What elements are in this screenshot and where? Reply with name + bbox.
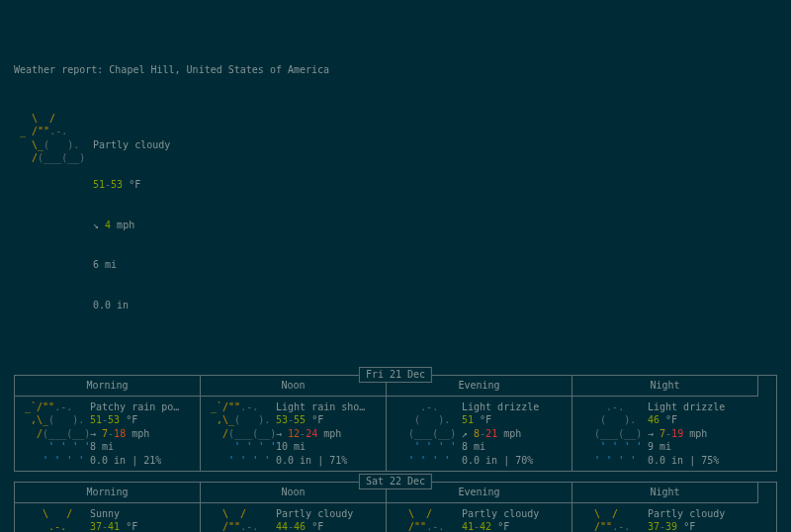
forecast-cell: .-. ( ). (___(__) ' ' ' ' ' ' ' 'Light d… bbox=[387, 397, 572, 472]
forecast-ascii-art: \ / _ /"".-. \_( ). /(___(__) bbox=[205, 507, 276, 533]
current-condition: Partly cloudy bbox=[93, 138, 170, 152]
current-visibility: 6 mi bbox=[93, 258, 170, 272]
forecast-temperature: 53-55 °F bbox=[276, 413, 382, 427]
current-conditions: \ / _ /"".-. \_( ). /(___(__) Partly clo… bbox=[14, 112, 777, 339]
forecast-ascii-art: _`/"".-. ,\_( ). /(___(__) ' ' ' ' ' ' '… bbox=[19, 400, 90, 468]
forecast-cell: .-. ( ). (___(__) ' ' ' ' ' ' ' 'Light d… bbox=[572, 397, 758, 472]
forecast-cell: \ / _ /"".-. \_( ). /(___(__) Partly clo… bbox=[201, 503, 387, 533]
forecast-precipitation: 0.0 in | 71% bbox=[276, 454, 382, 468]
forecast-ascii-art: \ / _ /"".-. \_( ). /(___(__) bbox=[576, 507, 648, 533]
forecast-condition: Sunny bbox=[90, 507, 196, 521]
forecast-visibility: 8 mi bbox=[90, 440, 196, 454]
forecast-wind: → 7-19 mph bbox=[648, 427, 754, 441]
forecast-condition: Light drizzle bbox=[648, 400, 754, 414]
forecast-condition: Partly cloudy bbox=[648, 507, 754, 521]
period-header: Morning bbox=[15, 483, 201, 503]
forecast-condition: Light rain sho… bbox=[276, 400, 382, 414]
forecast-temperature: 37-39 °F bbox=[648, 520, 754, 532]
forecast-condition: Partly cloudy bbox=[276, 507, 382, 521]
current-temperature: 51-53 °F bbox=[93, 178, 170, 192]
forecast-condition: Light drizzle bbox=[462, 400, 568, 414]
forecast-cell: \ / .-. ― ( ) ― `-' / \Sunny37-41 °F→ 6-… bbox=[15, 503, 201, 533]
forecast-condition: Patchy rain po… bbox=[90, 400, 196, 414]
forecast-temperature: 37-41 °F bbox=[90, 520, 196, 532]
forecast-visibility: 8 mi bbox=[462, 440, 568, 454]
forecast-wind: → 7-18 mph bbox=[90, 427, 196, 441]
forecast-ascii-art: \ / .-. ― ( ) ― `-' / \ bbox=[19, 507, 90, 533]
forecast-wind: → 12-24 mph bbox=[276, 427, 382, 441]
forecast-condition: Partly cloudy bbox=[462, 507, 568, 521]
forecast-ascii-art: _`/"".-. ,\_( ). /(___(__) ' ' ' ' ' ' '… bbox=[205, 400, 276, 468]
forecast-cell: _`/"".-. ,\_( ). /(___(__) ' ' ' ' ' ' '… bbox=[201, 397, 387, 472]
current-ascii-art: \ / _ /"".-. \_( ). /(___(__) bbox=[14, 112, 93, 339]
forecast-cell: \ / _ /"".-. \_( ). /(___(__) Partly clo… bbox=[387, 503, 572, 533]
forecast-ascii-art: \ / _ /"".-. \_( ). /(___(__) bbox=[391, 507, 462, 533]
forecast-visibility: 9 mi bbox=[648, 440, 754, 454]
forecast-cell: \ / _ /"".-. \_( ). /(___(__) Partly clo… bbox=[572, 503, 758, 533]
period-header: Night bbox=[572, 376, 758, 397]
forecast-temperature: 44-46 °F bbox=[276, 520, 382, 532]
day-label: Fri 21 Dec bbox=[359, 367, 432, 383]
forecast-temperature: 46 °F bbox=[648, 413, 754, 427]
forecast-ascii-art: .-. ( ). (___(__) ' ' ' ' ' ' ' ' bbox=[391, 400, 462, 468]
forecast-precipitation: 0.0 in | 21% bbox=[90, 454, 196, 468]
forecast-precipitation: 0.0 in | 75% bbox=[648, 454, 754, 468]
report-title: Weather report: Chapel Hill, United Stat… bbox=[14, 63, 777, 77]
current-wind: ↘ 4 mph bbox=[93, 219, 170, 232]
current-precipitation: 0.0 in bbox=[93, 299, 170, 312]
period-header: Night bbox=[572, 483, 758, 503]
forecast-ascii-art: .-. ( ). (___(__) ' ' ' ' ' ' ' ' bbox=[576, 400, 648, 468]
forecast-cell: _`/"".-. ,\_( ). /(___(__) ' ' ' ' ' ' '… bbox=[15, 397, 201, 472]
forecast-temperature: 41-42 °F bbox=[462, 520, 568, 532]
period-header: Morning bbox=[15, 376, 201, 397]
forecast-precipitation: 0.0 in | 70% bbox=[462, 454, 568, 468]
forecast-wind: ↗ 8-21 mph bbox=[462, 427, 568, 441]
forecast-visibility: 10 mi bbox=[276, 440, 382, 454]
forecast-temperature: 51 °F bbox=[462, 413, 568, 427]
forecast-day: Sat 22 DecMorningNoonEveningNight \ / .-… bbox=[14, 482, 777, 532]
forecast-day: Fri 21 DecMorningNoonEveningNight _`/"".… bbox=[14, 375, 777, 472]
day-label: Sat 22 Dec bbox=[359, 474, 432, 489]
forecast-temperature: 51-53 °F bbox=[90, 413, 196, 427]
